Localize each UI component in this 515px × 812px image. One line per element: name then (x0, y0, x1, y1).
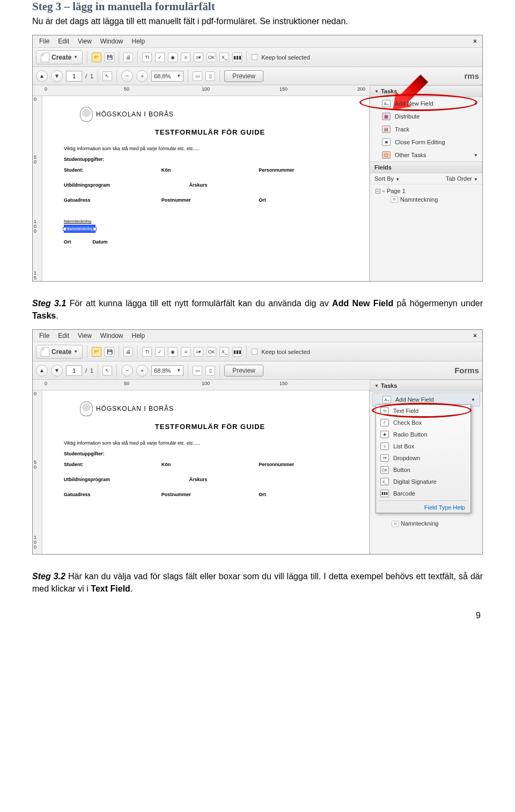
barcode-tool-icon[interactable]: ▮▮▮ (232, 53, 242, 62)
ruler-horizontal: 0 50 100 150 (33, 380, 370, 390)
listbox-tool-icon[interactable]: ≡ (181, 53, 190, 62)
field-name-under-label: Namnteckning (401, 520, 438, 527)
track-item[interactable]: ▤ Track (370, 123, 482, 136)
preview-button[interactable]: Preview (224, 70, 263, 82)
menu-window[interactable]: Window (96, 36, 128, 46)
zoom-input[interactable]: 68,8% ▼ (151, 71, 183, 82)
pointer-icon[interactable]: ↖ (102, 71, 112, 81)
ruler-tick: 50 (124, 86, 129, 92)
ruler-tick: 0 (34, 392, 36, 396)
close-editing-item[interactable]: ✖ Close Form Editing (370, 136, 482, 149)
info-line: Viktig information som ska stå med på va… (64, 440, 356, 446)
signature-tool-icon[interactable]: X⎯ (219, 53, 229, 62)
tab-order-button[interactable]: Tab Order ▼ (446, 175, 478, 182)
button-tool-icon[interactable]: OK (207, 347, 216, 357)
tree-page-node[interactable]: − ▫ Page 1 (376, 187, 477, 195)
close-icon[interactable]: × (469, 36, 480, 46)
save-icon[interactable]: 💾 (105, 347, 114, 357)
create-button[interactable]: Create ▼ (36, 50, 83, 64)
popup-list-box[interactable]: ≡ List Box (376, 440, 470, 452)
radio-tool-icon[interactable]: ◉ (168, 53, 178, 62)
page-input[interactable] (66, 365, 82, 376)
textfield-tool-icon[interactable]: TI (142, 347, 152, 357)
popup-button[interactable]: OK Button (376, 464, 470, 476)
tree-minus-icon[interactable]: − (376, 189, 380, 194)
menu-view[interactable]: View (73, 36, 96, 46)
view1-icon[interactable]: ▭ (193, 71, 202, 81)
signature-field[interactable]: Namnteckning (64, 225, 95, 233)
field-type-help-link[interactable]: Field Type Help (376, 502, 470, 513)
checkbox-tool-icon[interactable]: ✓ (155, 53, 165, 62)
toolbar: Create ▼ 📂 💾 🖨 TI ✓ ◉ ≡ ≡▾ OK X⎯ ▮▮▮ Kee… (33, 342, 482, 361)
page-up-button[interactable]: ▲ (36, 365, 48, 377)
program-label: Utbildningsprogram (64, 477, 189, 482)
listbox-tool-icon[interactable]: ≡ (181, 347, 190, 357)
menu-window[interactable]: Window (96, 331, 128, 341)
page-up-button[interactable]: ▲ (36, 70, 48, 82)
distribute-item[interactable]: ▦ Distribute (370, 110, 482, 123)
left-column: 0 50 100 150 0 5 0 1 0 0 HÖGSKOLAN I BOR… (33, 380, 370, 555)
zoom-out-button[interactable]: − (121, 365, 133, 377)
caption-3-2: Steg 3.2 Här kan du välja vad för slags … (32, 571, 483, 595)
tasks-header[interactable]: ▼ Tasks (370, 85, 482, 97)
button-tool-icon[interactable]: OK (207, 53, 216, 62)
close-icon[interactable]: × (469, 331, 480, 341)
tree-field-node[interactable]: TI Namnteckning (391, 195, 477, 204)
page-down-button[interactable]: ▼ (51, 365, 63, 377)
preview-button[interactable]: Preview (224, 365, 263, 377)
zoom-in-button[interactable]: ＋ (136, 70, 148, 82)
sort-by-button[interactable]: Sort By ▼ (374, 175, 400, 182)
checkbox-tool-icon[interactable]: ✓ (155, 347, 165, 357)
ruler-tick: 100 (202, 86, 210, 92)
studentupp-label: Studentuppgifter: (64, 451, 105, 456)
menu-file[interactable]: File (35, 36, 54, 46)
signature-label: Digital Signature (393, 478, 437, 485)
keep-tool-checkbox[interactable] (252, 54, 258, 61)
signature-tool-icon[interactable]: X⎯ (219, 347, 229, 357)
page-input[interactable] (66, 71, 82, 82)
view1-icon[interactable]: ▭ (193, 366, 202, 375)
zoom-in-button[interactable]: ＋ (136, 365, 148, 377)
tasks-header[interactable]: ▼ Tasks (370, 380, 482, 392)
open-icon[interactable]: 📂 (92, 53, 101, 62)
keep-tool-checkbox[interactable] (252, 349, 258, 355)
separator (188, 364, 188, 377)
menu-file[interactable]: File (35, 331, 54, 341)
menu-view[interactable]: View (73, 331, 96, 341)
menu-edit[interactable]: Edit (54, 331, 73, 341)
university-name: HÖGSKOLAN I BORÅS (96, 110, 174, 118)
popup-dropdown[interactable]: ≡▾ Dropdown (376, 452, 470, 464)
popup-check-box[interactable]: ✓ Check Box (376, 417, 470, 429)
barcode-tool-icon[interactable]: ▮▮▮ (232, 347, 242, 357)
view2-icon[interactable]: ▯ (205, 366, 215, 375)
open-icon[interactable]: 📂 (92, 347, 101, 357)
textfield-tool-icon[interactable]: TI (142, 53, 152, 62)
add-new-field-item[interactable]: A₊ Add New Field ▼ (370, 97, 482, 110)
menu-help[interactable]: Help (128, 331, 150, 341)
popup-signature[interactable]: X⎯ Digital Signature (376, 476, 470, 488)
menu-edit[interactable]: Edit (54, 36, 73, 46)
view2-icon[interactable]: ▯ (205, 71, 215, 81)
dropdown-tool-icon[interactable]: ≡▾ (194, 347, 203, 357)
popup-text-field[interactable]: TI Text Field (376, 405, 470, 417)
create-button[interactable]: Create ▼ (36, 345, 83, 359)
ruler-tick: 50 (124, 381, 129, 386)
save-icon[interactable]: 💾 (105, 53, 114, 62)
other-tasks-item[interactable]: ▢ Other Tasks ▼ (370, 149, 482, 161)
forms-label: Forms (454, 366, 479, 375)
separator (98, 364, 98, 377)
fields-header[interactable]: Fields (370, 161, 482, 173)
radio-tool-icon[interactable]: ◉ (168, 347, 178, 357)
print-icon[interactable]: 🖨 (123, 347, 133, 357)
popup-radio-button[interactable]: ◉ Radio Button (376, 429, 470, 440)
popup-barcode[interactable]: ▮▮▮ Barcode (376, 488, 470, 499)
page-down-button[interactable]: ▼ (51, 70, 63, 82)
page-icon: ▫ (382, 188, 385, 194)
zoom-input[interactable]: 68,8% ▼ (151, 365, 183, 376)
print-icon[interactable]: 🖨 (123, 53, 133, 62)
menu-help[interactable]: Help (128, 36, 150, 46)
zoom-out-button[interactable]: − (121, 70, 133, 82)
track-label: Track (395, 126, 409, 132)
dropdown-tool-icon[interactable]: ≡▾ (194, 53, 203, 62)
pointer-icon[interactable]: ↖ (102, 366, 112, 375)
